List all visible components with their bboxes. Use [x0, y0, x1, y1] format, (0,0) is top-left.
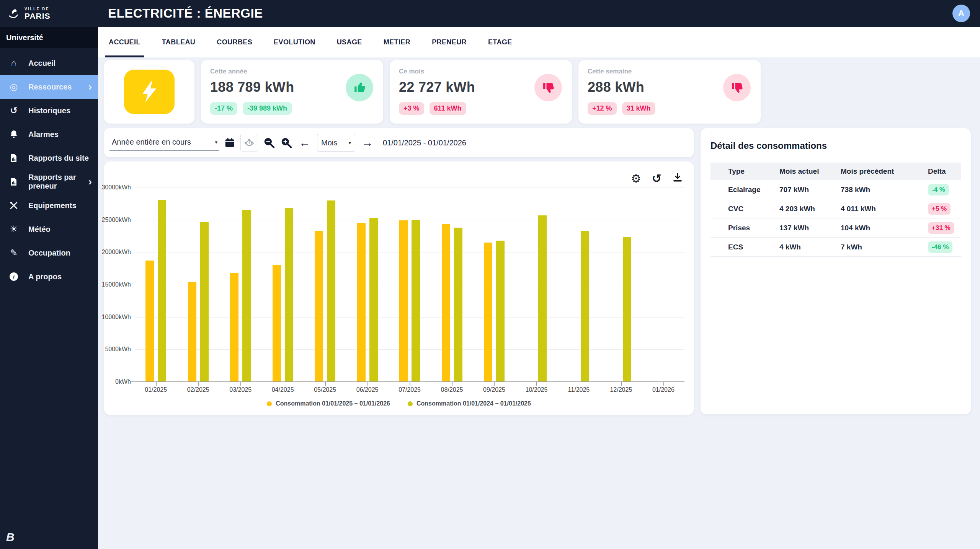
caret-down-icon: ▾ [348, 140, 351, 146]
bar-previous-year[interactable] [242, 210, 251, 382]
topbar: ELECTRICITÉ : ÉNERGIE A [98, 0, 980, 27]
tab-usage[interactable]: USAGE [337, 27, 362, 57]
avatar[interactable]: A [952, 5, 970, 22]
legend-dot-previous [408, 401, 413, 406]
sidebar-item-alarmes[interactable]: Alarmes [0, 122, 98, 146]
col-delta: Delta [928, 167, 961, 176]
sidebar-item-historiques[interactable]: ↺ Historiques [0, 99, 98, 122]
table-header: Type Mois actuel Mois précédent Delta [710, 163, 961, 180]
sidebar-item-rapports-par-preneur[interactable]: Rapports par preneur › [0, 170, 98, 194]
x-axis-tick-label: 04/2025 [261, 386, 304, 393]
period-select[interactable]: Année entière en cours ▾ [109, 135, 219, 151]
tab-metier[interactable]: METIER [384, 27, 410, 57]
bar-previous-year[interactable] [285, 208, 293, 382]
stopwatch-icon [243, 137, 255, 148]
bar-group [261, 187, 304, 382]
home-icon: ⌂ [8, 59, 19, 68]
bar-previous-year[interactable] [200, 222, 209, 382]
paris-logo[interactable]: VILLE DE PARIS [0, 0, 98, 27]
legend-dot-current [267, 401, 272, 406]
bar-previous-year[interactable] [454, 228, 462, 382]
bar-current-year[interactable] [442, 224, 450, 382]
bar-groups [135, 187, 684, 382]
sidebar-item-meteo[interactable]: ☀ Météo [0, 217, 98, 241]
sidebar-item-a-propos[interactable]: i A propos [0, 265, 98, 288]
x-axis-tick-label: 06/2025 [346, 386, 388, 393]
x-axis-tick [240, 382, 241, 386]
kpi-row: Cette année 188 789 kWh -17 % -39 989 kW… [104, 60, 971, 124]
table-row: Prises 137 kWh 104 kWh +31 % [710, 218, 961, 238]
consumption-chart-card: ⚙ ↺ 0kWh5000kWh10000kWh15000kWh20000kWh2… [104, 161, 694, 415]
bar-group [389, 187, 431, 382]
sidebar-item-ressources[interactable]: ◎ Ressources › [0, 75, 98, 99]
calendar-button[interactable] [224, 137, 235, 148]
kpi-pct-badge: +3 % [399, 102, 424, 115]
sidebar-item-label: Occupation [28, 249, 70, 257]
filter-bar: Année entière en cours ▾ [104, 128, 694, 157]
kpi-label: Cette année [210, 68, 374, 75]
legend-item-current[interactable]: Consommation 01/01/2025 – 01/01/2026 [267, 400, 390, 407]
bell-icon [8, 130, 19, 139]
bar-current-year[interactable] [315, 231, 323, 382]
bar-previous-year[interactable] [623, 237, 631, 382]
bar-previous-year[interactable] [412, 220, 420, 382]
tab-evolution[interactable]: EVOLUTION [274, 27, 315, 57]
previous-period-button[interactable]: ← [297, 137, 312, 148]
bar-current-year[interactable] [188, 282, 196, 382]
sidebar: VILLE DE PARIS Université ⌂ Accueil ◎ Re… [0, 0, 98, 549]
report-icon [8, 177, 19, 186]
bar-current-year[interactable] [357, 223, 366, 382]
tab-preneur[interactable]: PRENEUR [432, 27, 467, 57]
tab-accueil[interactable]: ACCUEIL [109, 27, 140, 57]
tab-courbes[interactable]: COURBES [217, 27, 252, 57]
tab-tableau[interactable]: TABLEAU [162, 27, 195, 57]
x-axis-tick [283, 382, 284, 386]
legend-item-previous[interactable]: Consommation 01/01/2024 – 01/01/2025 [408, 400, 531, 407]
row-previous: 7 kWh [841, 243, 928, 251]
kpi-card-month: Ce mois 22 727 kWh +3 % 611 kWh [390, 60, 572, 124]
next-period-button[interactable]: → [360, 137, 375, 148]
x-axis-line [130, 381, 684, 382]
history-icon: ↺ [8, 106, 19, 115]
sidebar-item-accueil[interactable]: ⌂ Accueil [0, 51, 98, 75]
chart-reset-button[interactable]: ↺ [652, 173, 662, 184]
y-axis-tick-label: 30000kWh [102, 184, 131, 191]
main-row: Année entière en cours ▾ [104, 128, 971, 415]
thumb-down-icon [534, 74, 562, 101]
sidebar-nav: ⌂ Accueil ◎ Ressources › ↺ Historiques A… [0, 48, 98, 526]
bar-group [135, 187, 177, 382]
tools-icon [8, 201, 19, 210]
bar-previous-year[interactable] [327, 200, 335, 382]
download-icon [672, 172, 683, 183]
bar-current-year[interactable] [273, 265, 281, 382]
granularity-select[interactable]: Mois ▾ [317, 134, 355, 152]
bar-current-year[interactable] [145, 261, 154, 382]
bar-current-year[interactable] [399, 220, 408, 382]
sidebar-item-label: Ressources [28, 83, 72, 91]
bar-previous-year[interactable] [496, 241, 505, 382]
bar-previous-year[interactable] [158, 200, 166, 382]
sidebar-item-occupation[interactable]: ✎ Occupation [0, 241, 98, 265]
chart-settings-button[interactable]: ⚙ [631, 173, 641, 184]
sidebar-item-label: Alarmes [28, 130, 59, 139]
bar-current-year[interactable] [230, 273, 238, 382]
zoom-in-button[interactable] [280, 137, 292, 149]
realtime-shift-button[interactable] [240, 134, 258, 152]
zoom-in-icon [280, 137, 292, 149]
kpi-label: Ce mois [399, 68, 563, 75]
row-previous: 104 kWh [841, 224, 928, 232]
zoom-out-button[interactable] [263, 137, 275, 149]
sidebar-item-equipements[interactable]: Equipements [0, 194, 98, 217]
sidebar-item-rapports-du-site[interactable]: Rapports du site [0, 146, 98, 170]
x-axis-tick [198, 382, 199, 386]
info-icon: i [8, 272, 19, 281]
bar-previous-year[interactable] [538, 215, 547, 382]
bar-current-year[interactable] [484, 243, 492, 382]
report-icon [8, 153, 19, 163]
chart-download-button[interactable] [672, 172, 683, 185]
tab-etage[interactable]: ETAGE [488, 27, 512, 57]
bar-previous-year[interactable] [369, 218, 378, 382]
x-axis-tick-label: 12/2025 [600, 386, 642, 393]
y-axis-tick-label: 20000kWh [102, 249, 131, 256]
bar-previous-year[interactable] [581, 231, 589, 382]
